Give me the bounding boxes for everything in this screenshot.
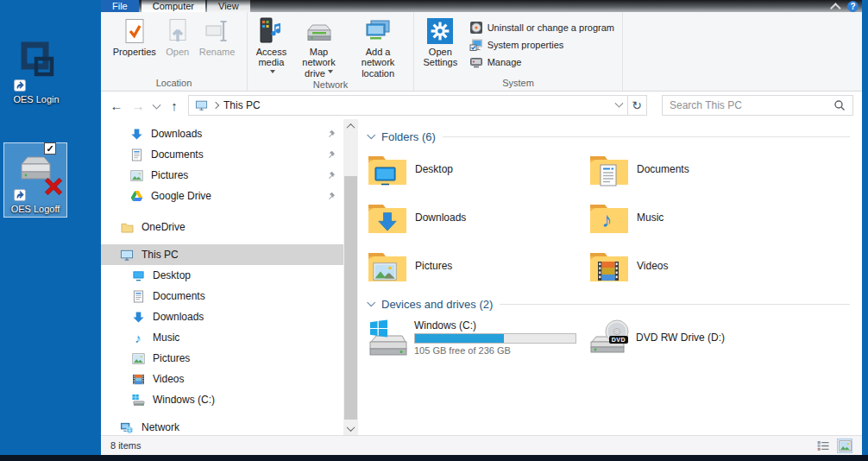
drive-tile-dvd[interactable]: DVD DVD RW Drive (D:) [589,319,850,356]
open-settings-button[interactable]: Open Settings [420,15,461,68]
pin-icon [326,171,336,180]
sidebar-item-network[interactable]: Network [101,417,343,435]
uninstall-icon [469,21,483,35]
thumbnail-view-icon[interactable] [837,439,852,453]
folder-icon [368,152,407,186]
manage-button[interactable]: Manage [469,55,614,69]
properties-button[interactable]: Properties [110,15,159,57]
rename-button[interactable]: Rename [197,15,238,57]
desktop-icon [131,268,145,282]
pin-icon [326,129,336,139]
sidebar-item-this-pc[interactable]: This PC [101,244,343,265]
media-server-icon [256,17,286,45]
chevron-down-icon[interactable] [367,298,375,306]
help-icon[interactable]: ? [847,1,859,12]
network-drive-icon [305,17,334,45]
folder-icon [589,249,629,283]
main-area: Downloads Documents Pictures Google Driv… [101,119,862,435]
chevron-down-icon[interactable] [367,130,375,139]
open-button[interactable]: Open [160,15,195,57]
dvd-disc-label: DVD [609,336,628,344]
desktop-icon-label: OES Logoff [4,204,66,214]
folder-tile-music[interactable]: Music [589,200,850,235]
sidebar-item-downloads[interactable]: Downloads [101,123,343,144]
refresh-icon[interactable]: ↻ [627,95,647,116]
sidebar-item-downloads[interactable]: Downloads [101,306,343,327]
folder-tile-downloads[interactable]: Downloads [368,200,589,235]
folder-tile-documents[interactable]: Documents [589,152,850,186]
windows-drive-icon [131,393,145,407]
scrollbar-thumb[interactable] [344,176,357,420]
folders-grid: Desktop Documents Downloads [368,152,850,283]
tab-computer[interactable]: Computer [142,0,205,12]
forward-button[interactable]: → [130,99,146,112]
desktop-icon-oes-logoff[interactable]: ✓ OES Logoff [3,142,67,218]
music-overlay-icon [601,211,612,230]
recent-locations-icon[interactable] [152,99,160,112]
tab-file[interactable]: File [101,0,139,12]
folder-icon [368,249,407,283]
sidebar-item-pictures[interactable]: Pictures [101,348,343,369]
folder-tile-videos[interactable]: Videos [589,249,850,283]
picture-icon [129,168,143,182]
system-properties-button[interactable]: System properties [469,38,614,52]
scrollbar[interactable] [343,119,358,435]
group-title-location: Location [105,77,242,91]
sidebar-item-documents[interactable]: Documents [101,144,343,165]
red-x-icon [42,175,65,198]
sidebar-item-google-drive[interactable]: Google Drive [101,186,343,206]
google-drive-icon [129,189,143,203]
tab-view[interactable]: View [207,0,250,12]
desktop-icon-label: OES Login [4,94,68,104]
folder-tile-pictures[interactable]: Pictures [368,249,589,283]
download-overlay-icon [377,212,398,232]
sidebar-item-onedrive[interactable]: OneDrive [101,217,343,237]
ribbon-group-system: Open Settings Uninstall or change a prog… [414,12,623,91]
breadcrumb[interactable]: This PC [223,99,261,111]
system-properties-icon [469,38,483,52]
scroll-down-icon[interactable] [343,421,358,435]
desktop-icon-oes-login[interactable]: OES Login [4,40,68,104]
map-network-drive-button[interactable]: Map network drive [292,15,345,79]
back-button[interactable]: ← [109,99,124,112]
collapse-ribbon-icon[interactable] [830,3,841,14]
search-input[interactable] [670,99,833,111]
disk-free-text: 105 GB free of 236 GB [414,345,576,356]
access-media-button[interactable]: Access media [252,15,291,79]
uninstall-program-button[interactable]: Uninstall or change a program [469,21,614,35]
sidebar-item-desktop[interactable]: Desktop [101,265,343,286]
windows-logo-icon [369,319,388,338]
sidebar-item-videos[interactable]: Videos [101,369,343,389]
dvd-drive-icon: DVD [589,319,629,356]
folder-tile-desktop[interactable]: Desktop [368,152,589,186]
scroll-up-icon[interactable] [343,119,358,133]
address-toolbar: ← → ↑ This PC ↻ [101,92,862,119]
properties-icon [120,17,149,45]
sidebar-item-windows-c[interactable]: Windows (C:) [101,389,343,410]
open-icon [163,17,192,45]
drive-tile-windows-c[interactable]: Windows (C:) 105 GB free of 236 GB [368,319,589,356]
details-view-icon[interactable] [815,439,831,453]
sidebar-item-pictures[interactable]: Pictures [101,165,343,186]
group-header-folders[interactable]: Folders (6) [368,130,850,143]
address-bar[interactable]: This PC [188,95,628,116]
downloads-icon [129,127,143,141]
group-title-network: Network [252,79,409,92]
ribbon-group-network: Access media Map network drive Add a net… [248,12,414,91]
downloads-icon [131,310,145,324]
file-explorer-window: File Computer View ? Properties [101,0,862,455]
search-icon[interactable] [833,99,846,111]
group-header-devices[interactable]: Devices and drives (2) [368,298,850,311]
ribbon-tab-bar: File Computer View ? [101,0,862,12]
video-icon [131,372,145,386]
up-button[interactable]: ↑ [167,99,182,112]
add-network-location-button[interactable]: Add a network location [347,15,409,79]
this-pc-icon [194,98,208,112]
pin-icon [326,150,336,160]
search-box[interactable] [662,95,853,116]
settings-gear-icon [425,17,455,45]
sidebar-item-documents[interactable]: Documents [101,286,343,306]
sidebar-item-music[interactable]: Music [101,327,343,348]
address-dropdown-icon[interactable] [615,98,624,107]
oes-login-icon [4,40,68,92]
